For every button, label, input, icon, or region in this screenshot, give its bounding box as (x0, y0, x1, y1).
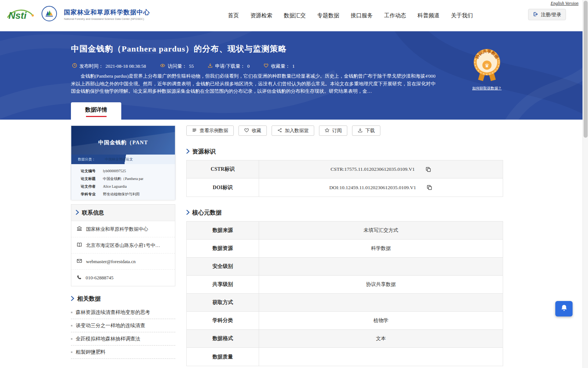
sample-data-icon (192, 128, 197, 134)
doi-value: DOI:10.12459.11.0120230612035.0109.V1 (329, 185, 416, 191)
view-sample-data-button[interactable]: 查看示例数据 (186, 125, 234, 136)
bullet-icon (71, 351, 72, 353)
preview-card-fields: 论文编号 lyb0000097525 论文标题 中国金钱豹（Panthera p… (71, 164, 175, 200)
related-item-text: 全距模拟样地森林抽样调查法 (76, 336, 140, 342)
field-value: 野生动植物保护与利用 (103, 192, 140, 197)
card-field-row: 论文编号 lyb0000097525 (71, 167, 175, 175)
table-row: CSTR标识 CSTR:17575.11.0120230612035.0109.… (187, 160, 503, 178)
row-label: 数据资源 (187, 240, 259, 257)
related-item-text: 谈变动三分之一样地的连续清查 (76, 322, 145, 329)
row-label: 数据格式 (187, 330, 259, 347)
row-label: 共享级别 (187, 276, 259, 293)
category-value: 中国林业博硕论文 (105, 157, 133, 162)
nav-resource-search[interactable]: 资源检索 (250, 12, 272, 19)
contact-email-text: webmaster@forestdata.cn (86, 259, 136, 265)
contact-org: 国家林业和草原科学数据中心 (71, 221, 175, 237)
phone-icon (76, 275, 82, 282)
star-icon (325, 128, 330, 134)
main-nav: 首页 资源检索 数据汇交 专题数据 接口服务 工作动态 科普频道 关于我们 (228, 0, 473, 31)
nav-about-us[interactable]: 关于我们 (451, 12, 473, 19)
nav-data-submission[interactable]: 数据汇交 (284, 12, 306, 19)
nfgsdc-emblem-icon (41, 6, 57, 23)
page: English Version Nsti 国家林业 (0, 0, 588, 368)
visit-count: 访问量：55 (160, 63, 194, 70)
collect-label: 收藏 (252, 127, 261, 134)
row-label: 安全级别 (187, 258, 259, 275)
table-row: 安全级别 (187, 258, 503, 276)
category-label: 数据分类： (78, 157, 96, 162)
register-login-button[interactable]: 注册/登录 (528, 9, 566, 20)
add-to-basket-button[interactable]: 加入数据篮 (272, 125, 314, 136)
nav-home[interactable]: 首页 (228, 12, 239, 19)
add-to-basket-label: 加入数据篮 (285, 127, 309, 134)
nav-api-service[interactable]: 接口服务 (351, 12, 373, 19)
related-item[interactable]: 粗製鉀鹽肥料 (71, 346, 175, 359)
related-item[interactable]: 森林资源连续清查样地变形的思考 (71, 306, 175, 319)
publish-time-label: 发布时间： (79, 63, 103, 70)
subscribe-button[interactable]: 订阅 (319, 125, 347, 136)
visit-count-label: 访问量： (168, 63, 187, 70)
brand-text: 国家林业和草原科学数据中心 National Forestry and Gras… (64, 8, 150, 21)
basket-share-icon (277, 128, 282, 134)
contact-phone: 010-62888745 (71, 270, 175, 286)
related-data-list: 森林资源连续清查样地变形的思考 谈变动三分之一样地的连续清查 全距模拟样地森林抽… (71, 306, 175, 359)
publish-time: 发布时间：2021-08-18 08:38:58 (72, 63, 146, 70)
field-label: 学科专业 (71, 192, 103, 197)
favorite-count: 收藏量：1 (263, 63, 295, 70)
row-label: 数据来源 (187, 222, 259, 239)
site-header: Nsti 国家林业和草原科学数据中心 National Forestry and… (0, 0, 588, 31)
collect-button[interactable]: 收藏 (239, 125, 267, 136)
customer-service-button[interactable] (555, 301, 573, 316)
english-version-link[interactable]: English Version (551, 1, 578, 6)
tab-data-detail[interactable]: 数据详情 (71, 102, 121, 120)
contact-org-text: 国家林业和草原科学数据中心 (86, 226, 148, 233)
share-badge: 协议共享数据 ♛ 如何获取该数据？ (470, 47, 503, 91)
related-item[interactable]: 谈变动三分之一样地的连续清查 (71, 319, 175, 332)
scrollbar-thumb[interactable] (584, 1, 588, 138)
copy-icon[interactable] (425, 166, 431, 173)
table-row: 数据质量 (187, 348, 503, 366)
page-scrollbar (582, 0, 588, 368)
field-value: 中国金钱豹（Panthera par (103, 176, 143, 181)
row-value: DOI:10.12459.11.0120230612035.0109.V1 (259, 178, 503, 197)
nav-science-channel[interactable]: 科普频道 (417, 12, 440, 19)
bullet-icon (71, 325, 72, 326)
preview-card-header: 中国金钱豹（PANT (71, 126, 175, 155)
preview-card-title: 中国金钱豹（PANT (71, 139, 175, 146)
table-row: 学科分类 植物学 (187, 312, 503, 330)
card-field-row: 论文标题 中国金钱豹（Panthera par (71, 175, 175, 183)
dataset-title: 中国金钱豹（Panthera pardus）的分布、现状与监测策略 (71, 43, 287, 54)
login-icon (533, 11, 538, 18)
row-value: 文本 (259, 330, 503, 347)
visit-count-value: 55 (189, 63, 194, 69)
related-item-text: 粗製鉀鹽肥料 (76, 349, 105, 355)
row-value: CSTR:17575.11.0120230612035.0109.V1 (259, 160, 503, 178)
nav-news[interactable]: 工作动态 (384, 12, 406, 19)
chat-bell-icon (560, 304, 569, 314)
field-label: 论文标题 (71, 176, 103, 181)
tab-data-detail-label: 数据详情 (85, 106, 107, 113)
copy-icon[interactable] (426, 184, 433, 191)
action-button-row: 查看示例数据 收藏 加入数据篮 订阅 下载 (186, 125, 503, 136)
core-metadata-title: 核心元数据 (192, 209, 222, 217)
site-title: 国家林业和草原科学数据中心 (64, 8, 150, 17)
row-value: 协议共享数据 (259, 276, 503, 293)
bank-icon (76, 226, 82, 233)
protocol-share-badge-icon: 协议共享数据 ♛ (471, 47, 503, 83)
clock-icon (72, 63, 77, 70)
contact-info-header: 联系信息 (71, 205, 175, 221)
related-item[interactable]: 全距模拟样地森林抽样调查法 (71, 332, 175, 346)
contact-info-title: 联系信息 (82, 209, 104, 216)
table-row: 数据格式 文本 (187, 330, 503, 348)
how-to-get-data-link[interactable]: 如何获取该数据？ (472, 86, 502, 91)
contact-phone-text: 010-62888745 (86, 275, 114, 281)
nav-special-data[interactable]: 专题数据 (317, 12, 339, 19)
row-label: 学科分类 (187, 312, 259, 329)
publish-time-value: 2021-08-18 08:38:58 (105, 63, 146, 69)
row-value: 科学数据 (259, 240, 503, 257)
download-button[interactable]: 下载 (352, 125, 380, 136)
table-row: 数据来源 未填写汇交方式 (187, 222, 503, 240)
book-icon (76, 242, 82, 249)
dataset-description: 金钱豹(Panthera pardus)是世界上分布最广的野生猫科动物，但我们必… (71, 72, 435, 95)
preview-card-category: 数据分类： 中国林业博硕论文 (71, 155, 175, 164)
